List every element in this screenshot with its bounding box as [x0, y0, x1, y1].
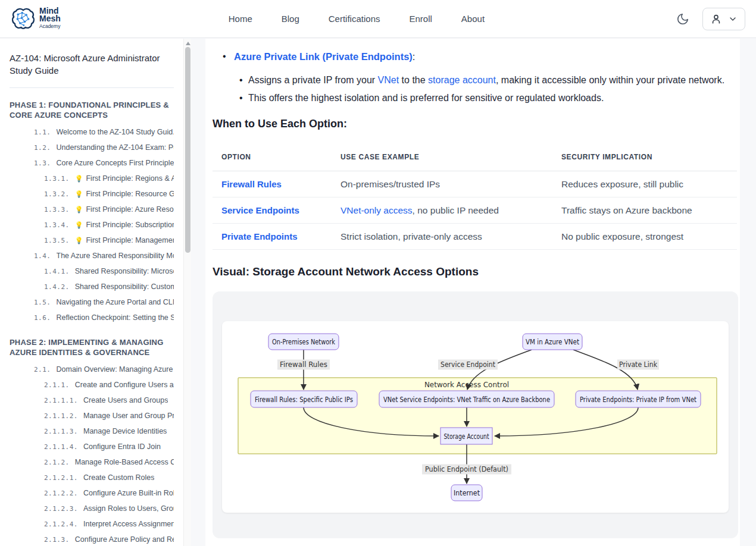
- toc-item-label: Create Custom Roles: [83, 473, 155, 482]
- toc-item-number: 2.1.1.2.: [44, 412, 78, 420]
- diagram-container: Network Access Control Firewall Rules: [213, 291, 738, 538]
- toc-sidebar: AZ-104: Microsoft Azure Administrator St…: [0, 39, 183, 546]
- sidebar-item[interactable]: 1.4.The Azure Shared Responsibility Mo..…: [0, 248, 174, 263]
- sidebar-item[interactable]: 2.1.2.1.Create Custom Roles: [0, 470, 174, 485]
- sidebar-item[interactable]: 2.1.Domain Overview: Managing Azure ...: [0, 362, 174, 377]
- toc-item-number: 1.4.2.: [44, 283, 70, 291]
- nav-blog[interactable]: Blog: [282, 14, 299, 24]
- sidebar-item[interactable]: 1.3.4.💡First Principle: Subscriptions: [0, 217, 174, 233]
- edge-label-service-endpoint: Service Endpoint: [441, 360, 495, 369]
- security-text: Reduces exposure, still public: [552, 171, 737, 197]
- brain-logo-icon: [11, 7, 36, 32]
- sidebar-item[interactable]: 2.1.2.Manage Role-Based Access Co...: [0, 454, 174, 470]
- toc-item-number: 2.1.2.2.: [44, 489, 78, 497]
- nav-certifications[interactable]: Certifications: [329, 14, 380, 24]
- edge-label-firewall-rules: Firewall Rules: [280, 360, 327, 369]
- diagram-card: Network Access Control Firewall Rules: [222, 321, 729, 513]
- node-label-private: Private Endpoints: Private IP from VNet: [580, 396, 696, 404]
- toc-item-number: 2.1.1.3.: [44, 428, 78, 435]
- network-access-flowchart: Network Access Control Firewall Rules: [222, 321, 729, 513]
- sidebar-item[interactable]: 2.1.3.Configure Azure Policy and Re...: [0, 532, 174, 546]
- sidebar-item[interactable]: 1.4.2.Shared Responsibility: Custom...: [0, 279, 174, 294]
- lightbulb-icon: 💡: [75, 221, 83, 229]
- nav-about[interactable]: About: [461, 14, 485, 24]
- col-option: OPTION: [213, 141, 332, 171]
- table-row: Firewall RulesOn-premises/trusted IPsRed…: [213, 171, 737, 197]
- bullet-azure-private-link: • Azure Private Link (Private Endpoints)…: [213, 49, 737, 64]
- toc-item-label: First Principle: Managemen...: [86, 236, 174, 244]
- toc-item-number: 2.1.2.1.: [44, 474, 78, 482]
- sidebar-item[interactable]: 1.2.Understanding the AZ-104 Exam: Pu...: [0, 140, 174, 155]
- edge-label-public-endpoint: Public Endpoint (Default): [425, 465, 508, 473]
- usecase-text: Strict isolation, private-only access: [340, 231, 482, 241]
- toc-item-number: 1.2.: [34, 144, 51, 152]
- toc-phase-heading: PHASE 1: FOUNDATIONAL PRINCIPLES & CORE …: [0, 100, 174, 120]
- sidebar-item[interactable]: 1.3.2.💡First Principle: Resource Gr...: [0, 186, 174, 202]
- sidebar-item[interactable]: 1.3.5.💡First Principle: Managemen...: [0, 233, 174, 248]
- sidebar-item[interactable]: 2.1.1.Create and Configure Users an...: [0, 377, 174, 393]
- sidebar-item[interactable]: 2.1.1.4.Configure Entra ID Join: [0, 439, 174, 454]
- user-icon: [710, 13, 722, 25]
- toc-item-number: 1.4.: [34, 252, 51, 260]
- option-link[interactable]: Private Endpoints: [221, 231, 298, 241]
- sidebar-item[interactable]: 1.5.Navigating the Azure Portal and CLI: [0, 294, 174, 310]
- option-link[interactable]: Firewall Rules: [221, 179, 282, 189]
- header-actions: [676, 8, 745, 30]
- toc-item-number: 1.3.4.: [44, 221, 70, 229]
- scrollbar-up-arrow-icon[interactable]: [186, 42, 190, 45]
- option-link[interactable]: Service Endpoints: [221, 205, 299, 215]
- vnet-link[interactable]: VNet: [378, 75, 399, 85]
- toc-item-label: Understanding the AZ-104 Exam: Pu...: [57, 143, 174, 152]
- sidebar-item[interactable]: 2.1.1.3.Manage Device Identities: [0, 423, 174, 439]
- sidebar-item[interactable]: 2.1.2.2.Configure Azure Built-in Roles: [0, 485, 174, 501]
- sidebar-item[interactable]: 2.1.2.4.Interpret Access Assignments: [0, 516, 174, 532]
- sidebar-item[interactable]: 1.3.1.💡First Principle: Regions & A...: [0, 171, 174, 186]
- visual-heading: Visual: Storage Account Network Access O…: [213, 264, 737, 280]
- usecase-link[interactable]: VNet-only access: [340, 205, 413, 215]
- toc-item-label: First Principle: Regions & A...: [86, 174, 174, 183]
- sidebar-scrollbar-thumb[interactable]: [185, 47, 190, 253]
- toc-item-label: Reflection Checkpoint: Setting the St...: [57, 313, 174, 322]
- node-label-vm: VM in Azure VNet: [526, 338, 579, 346]
- nav-home[interactable]: Home: [229, 14, 252, 24]
- toc-item-label: Create Users and Groups: [83, 396, 168, 404]
- security-text: Traffic stays on Azure backbone: [552, 197, 737, 224]
- account-menu-button[interactable]: [702, 8, 745, 30]
- toc-item-label: First Principle: Resource Gr...: [86, 190, 174, 198]
- main-nav: Home Blog Certifications Enroll About: [37, 14, 676, 24]
- sidebar-item[interactable]: 2.1.1.1.Create Users and Groups: [0, 393, 174, 408]
- moon-icon: [676, 12, 689, 26]
- sidebar-item[interactable]: 1.3.3.💡First Principle: Azure Resou...: [0, 202, 174, 217]
- sidebar-item[interactable]: 2.1.2.3.Assign Roles to Users, Grou...: [0, 501, 174, 516]
- toc-item-number: 2.1.1.4.: [44, 443, 78, 451]
- toc-item-number: 2.1.2.3.: [44, 505, 78, 513]
- node-label-service: VNet Service Endpoints: VNet Traffic on …: [383, 396, 550, 404]
- sidebar-item[interactable]: 1.3.Core Azure Concepts First Principles: [0, 155, 174, 171]
- toc-item-number: 1.3.1.: [44, 175, 70, 183]
- toc-item-number: 1.5.: [34, 299, 51, 306]
- lightbulb-icon: 💡: [75, 206, 83, 214]
- toc-item-label: First Principle: Azure Resou...: [86, 205, 174, 214]
- bullet-dot: •: [223, 49, 234, 64]
- sidebar-item[interactable]: 1.1.Welcome to the AZ-104 Study Guid...: [0, 124, 174, 140]
- toc-phase-heading: PHASE 2: IMPLEMENTING & MANAGING AZURE I…: [0, 337, 174, 357]
- table-row: Service EndpointsVNet-only access, no pu…: [213, 197, 737, 224]
- azure-private-link-anchor[interactable]: Azure Private Link (Private Endpoints): [234, 51, 413, 62]
- content-panel: • Azure Private Link (Private Endpoints)…: [205, 39, 740, 546]
- toc-item-label: Configure Azure Built-in Roles: [83, 489, 174, 497]
- sidebar-item[interactable]: 1.6.Reflection Checkpoint: Setting the S…: [0, 310, 174, 325]
- storage-account-link[interactable]: storage account: [428, 75, 496, 85]
- toc-item-label: Manage Role-Based Access Co...: [75, 458, 174, 466]
- sidebar-item[interactable]: 1.4.1.Shared Responsibility: Microso...: [0, 263, 174, 279]
- bullet-private-ip: • Assigns a private IP from your VNet to…: [213, 73, 737, 87]
- toc-item-label: Shared Responsibility: Microso...: [75, 267, 174, 275]
- dark-mode-toggle[interactable]: [676, 12, 689, 26]
- nav-enroll[interactable]: Enroll: [409, 14, 432, 24]
- sidebar-scrollbar[interactable]: [183, 39, 191, 546]
- toc-item-list: 1.1.Welcome to the AZ-104 Study Guid...1…: [0, 124, 174, 325]
- table-header-row: OPTION USE CASE EXAMPLE SECURITY IMPLICA…: [213, 141, 737, 171]
- toc-item-label: Configure Entra ID Join: [83, 443, 161, 451]
- lightbulb-icon: 💡: [75, 190, 83, 198]
- sidebar-item[interactable]: 2.1.1.2.Manage User and Group Pr...: [0, 408, 174, 423]
- toc-item-label: Navigating the Azure Portal and CLI: [57, 298, 174, 306]
